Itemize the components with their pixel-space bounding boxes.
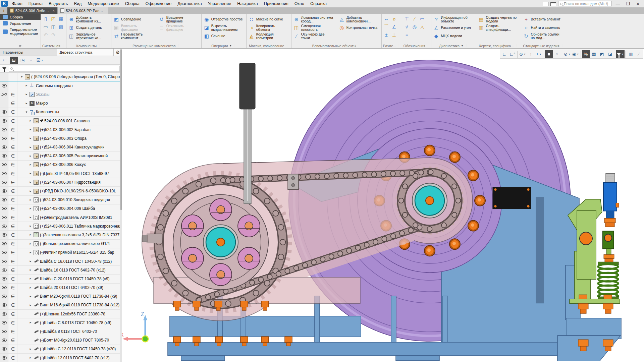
ribbon-button-Вставить элемент[interactable]: +Вставить элемент bbox=[523, 15, 565, 23]
include-cell[interactable]: ∈ bbox=[8, 117, 17, 125]
visibility-cell[interactable] bbox=[0, 152, 8, 160]
radial-dimension-icon[interactable]: ⌒ bbox=[383, 23, 390, 30]
eye-icon[interactable] bbox=[2, 356, 7, 360]
include-cell[interactable]: ∈ bbox=[8, 257, 17, 265]
tree-row[interactable]: ∈►(-)Цепь 3ПР-19,05-96 ГОСТ 13568-97 bbox=[0, 169, 122, 178]
group-drag-handle[interactable]: ⋮ bbox=[358, 44, 361, 48]
tab-parameters[interactable]: Параметры bbox=[0, 49, 57, 56]
include-cell[interactable]: ∈ bbox=[8, 248, 17, 257]
level-mark-icon[interactable]: ◬ bbox=[419, 23, 426, 30]
tree-row[interactable]: ∈►(+)524-03-006.007 Гидростанция bbox=[0, 178, 122, 187]
maximize-button[interactable]: ❐ bbox=[624, 1, 632, 6]
expand-arrow-icon[interactable]: ► bbox=[29, 155, 32, 158]
expand-arrow-icon[interactable]: ► bbox=[25, 84, 28, 87]
menu-Сборка[interactable]: Сборка bbox=[122, 1, 143, 6]
mode-tab-Твердотельное моделирование[interactable]: Твердотельное моделирование bbox=[0, 26, 41, 37]
include-cell[interactable] bbox=[8, 73, 17, 81]
ribbon-collapse-chevron-icon[interactable]: ≫ bbox=[0, 44, 41, 48]
shaded-view-button[interactable]: ■ bbox=[545, 50, 553, 58]
doc-tab[interactable]: 524-03-003 РР Расчет... bbox=[58, 7, 108, 14]
eye-icon[interactable] bbox=[2, 181, 7, 184]
ribbon-button-Включить фиксацию[interactable]: ▣Включить фиксацию bbox=[113, 23, 155, 32]
sketch-plane-button[interactable]: ∟° bbox=[508, 50, 516, 58]
menu-Вид[interactable]: Вид bbox=[71, 1, 85, 6]
expand-arrow-icon[interactable]: ► bbox=[29, 277, 32, 280]
visibility-cell[interactable] bbox=[0, 336, 8, 345]
ribbon-button-МЦХ модели[interactable]: ◆МЦХ модели bbox=[433, 32, 475, 40]
expand-arrow-icon[interactable]: ► bbox=[29, 242, 32, 245]
tree-row[interactable]: ∈▼Компоненты bbox=[0, 108, 122, 117]
ribbon-button-Отключить фиксацию[interactable]: □Отключить фиксацию bbox=[158, 23, 200, 32]
tree-row[interactable]: ∈►Шайба 16 0118 ГОСТ 6402-70 (х12) bbox=[0, 266, 122, 275]
layout-toggle-icon[interactable] bbox=[543, 2, 548, 6]
new-tab-button[interactable]: + bbox=[0, 7, 7, 14]
visibility-cell[interactable] bbox=[0, 99, 8, 108]
eye-icon[interactable] bbox=[2, 119, 7, 123]
group-drag-handle[interactable]: ⋮ bbox=[515, 44, 518, 48]
eye-icon[interactable] bbox=[2, 172, 7, 175]
ribbon-button-Коллекция геометрии[interactable]: ◭Коллекция геометрии bbox=[248, 32, 290, 40]
expand-arrow-icon[interactable]: ▼ bbox=[25, 111, 28, 114]
include-cell[interactable]: ∈ bbox=[8, 204, 17, 213]
group-drag-handle[interactable]: ⋮ bbox=[177, 44, 180, 48]
tree-row[interactable]: ∈►(-)Шайба С 8.0118 ГОСТ 10450-78 (х9) bbox=[0, 318, 122, 327]
tree-row[interactable]: ∈►(+)524-03-006.002 Барабан bbox=[0, 125, 122, 134]
position-icon[interactable]: ◎ bbox=[411, 23, 418, 30]
group-drag-handle[interactable]: ⋮ bbox=[561, 44, 564, 48]
eye-icon[interactable] bbox=[2, 295, 7, 298]
clipboard-button[interactable]: ▦ bbox=[590, 50, 598, 58]
expand-arrow-icon[interactable]: ► bbox=[29, 260, 32, 263]
include-cell[interactable]: ∈ bbox=[8, 187, 17, 195]
tree-row[interactable]: ∈►(-)Шайба С 12.0118 ГОСТ 10450-78 (х20) bbox=[0, 345, 122, 354]
ribbon-button-Обновить ссылки на мод...[interactable]: ↻Обновить ссылки на мод... bbox=[523, 32, 565, 40]
visibility-cell[interactable] bbox=[0, 284, 8, 292]
tree-row[interactable]: ∈►(+)524-03-006.003 Опора bbox=[0, 134, 122, 143]
group-drag-handle[interactable]: ⋮ bbox=[233, 44, 236, 48]
visibility-cell[interactable] bbox=[0, 354, 8, 362]
visibility-cell[interactable] bbox=[0, 187, 8, 195]
include-cell[interactable]: ∈ bbox=[8, 301, 17, 309]
expand-arrow-icon[interactable]: ► bbox=[25, 102, 28, 105]
eye-icon[interactable] bbox=[2, 286, 7, 289]
include-cell[interactable]: ∈ bbox=[8, 284, 17, 292]
eye-icon[interactable] bbox=[2, 321, 7, 324]
leader-icon[interactable]: ∕ bbox=[411, 15, 418, 22]
save-icon[interactable]: ▦ bbox=[58, 15, 64, 22]
ribbon-button-Сечение[interactable]: ◧Сечение bbox=[203, 32, 245, 40]
tree-search-input[interactable] bbox=[9, 66, 120, 72]
include-cell[interactable]: ∈ bbox=[8, 125, 17, 134]
tree-row[interactable]: ∈(-)Шайба 8 0118 ГОСТ 6402-70 bbox=[0, 327, 122, 336]
command-search-input[interactable]: Поиск по командам (Alt+/) bbox=[558, 1, 612, 6]
include-cell[interactable]: ∈ bbox=[8, 143, 17, 152]
eye-off-icon[interactable] bbox=[2, 93, 7, 96]
visibility-cell[interactable] bbox=[0, 327, 8, 336]
include-cell[interactable]: ∈ bbox=[8, 354, 17, 362]
include-cell[interactable]: ∈ bbox=[8, 108, 17, 116]
close-button[interactable]: ✕ bbox=[634, 1, 642, 6]
expand-arrow-icon[interactable]: ► bbox=[29, 190, 32, 193]
expand-arrow-icon[interactable]: ► bbox=[25, 93, 28, 96]
tree-row[interactable]: ∈►(+)Электродвигатель АИР100S IM3081 bbox=[0, 213, 122, 222]
include-cell[interactable]: ∈ bbox=[8, 178, 17, 186]
orientation-button[interactable]: ↑ bbox=[527, 50, 535, 58]
eye-icon[interactable] bbox=[2, 128, 7, 131]
visibility-cell[interactable] bbox=[0, 178, 8, 186]
visibility-cell[interactable] bbox=[0, 257, 8, 265]
include-cell[interactable]: ∈ bbox=[8, 275, 17, 283]
include-cell[interactable]: ∈ bbox=[8, 152, 17, 160]
group-drag-handle[interactable]: ⋮ bbox=[397, 44, 400, 48]
visibility-cell[interactable] bbox=[0, 117, 8, 125]
visibility-cell[interactable] bbox=[0, 345, 8, 353]
tree-row[interactable]: ∈►Шайба С 16.0118 ГОСТ 10450-78 (х12) bbox=[0, 257, 122, 266]
ribbon-button-Информация об объекте[interactable]: ?Информация об объекте bbox=[433, 15, 475, 23]
ribbon-button-Массив по сетке[interactable]: ∷Массив по сетке bbox=[248, 15, 290, 23]
undo-icon[interactable]: ↶ bbox=[42, 32, 49, 38]
visibility-cell[interactable] bbox=[0, 240, 8, 248]
tree-row[interactable]: ∈►(+)524-03-006.005 Ролик прижимной bbox=[0, 152, 122, 161]
tree-row[interactable]: ∈►(-)Заклепка вытяжная 3,2х5 Al/St DIN 7… bbox=[0, 231, 122, 239]
tree-relations-button[interactable]: ◳ bbox=[18, 57, 26, 64]
visibility-cell[interactable] bbox=[0, 196, 8, 204]
visibility-cell[interactable] bbox=[0, 292, 8, 301]
menu-Настройка[interactable]: Настройка bbox=[234, 1, 261, 6]
eye-icon[interactable] bbox=[2, 260, 7, 263]
